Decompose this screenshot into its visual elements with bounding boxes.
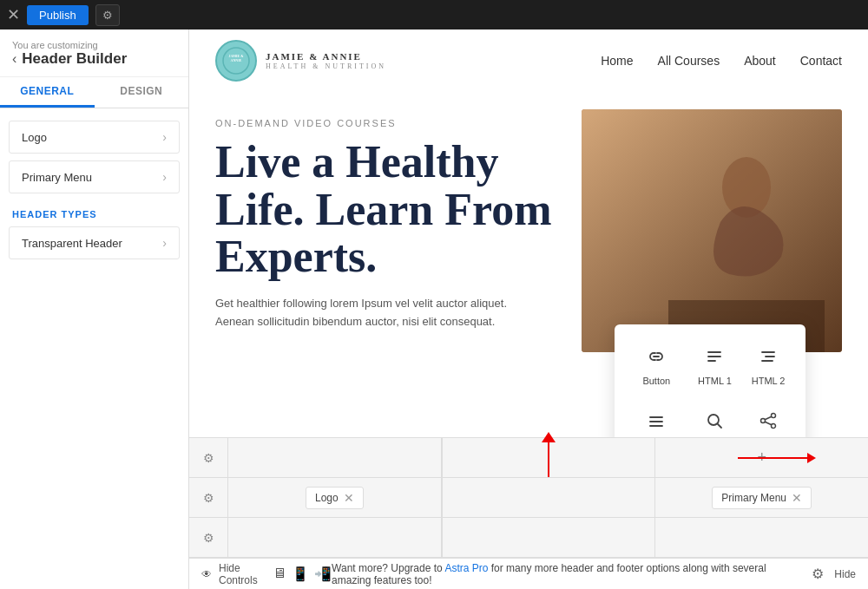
builder-cell-left-2: Logo ✕ (227, 478, 442, 517)
settings-icon[interactable]: ⚙ (812, 566, 824, 582)
nav-link-contact[interactable]: Contact (800, 54, 842, 68)
social-icon (759, 411, 778, 435)
builder-cell-center-1 (442, 438, 656, 477)
chevron-icon: › (162, 170, 167, 184)
sidebar-item-primary-menu[interactable]: Primary Menu › (9, 160, 180, 193)
popup-item-html1[interactable]: HTML 1 (692, 338, 739, 396)
svg-line-22 (765, 422, 772, 425)
site-nav-links: Home All Courses About Contact (601, 54, 842, 68)
html1-label: HTML 1 (698, 376, 732, 387)
sidebar-item-transparent-header[interactable]: Transparent Header › (9, 226, 180, 259)
html2-label: HTML 2 (752, 376, 786, 387)
top-bar: ✕ Publish ⚙ (0, 0, 868, 29)
builder-row-3: ⚙ (189, 518, 868, 558)
hero-image-placeholder (582, 109, 842, 352)
status-left: 👁 Hide Controls (201, 562, 273, 586)
sidebar-header: You are customizing ‹ Header Builder (0, 29, 188, 77)
website-preview: JAMIE & ANNIE JAMIE & ANNIE HEALTH & NUT… (189, 29, 868, 437)
top-bar-left: ✕ Publish ⚙ (7, 4, 120, 26)
publish-button[interactable]: Publish (27, 5, 89, 25)
tab-design[interactable]: Design (95, 77, 189, 108)
sidebar-item-logo[interactable]: Logo › (9, 121, 180, 154)
svg-point-19 (772, 424, 776, 429)
nav-link-about[interactable]: About (744, 54, 776, 68)
popup-item-search[interactable]: Search (692, 402, 739, 437)
button-label: Button (642, 376, 670, 387)
gear-button-row3[interactable]: ⚙ (189, 531, 227, 545)
hero-description: Get healthier following lorem Ipsum vel … (215, 295, 510, 331)
logo-chip-close[interactable]: ✕ (344, 491, 354, 505)
svg-text:ANNIE: ANNIE (231, 58, 242, 62)
sidebar-tabs: General Design (0, 77, 188, 108)
svg-line-17 (718, 424, 721, 428)
site-nav: JAMIE & ANNIE JAMIE & ANNIE HEALTH & NUT… (189, 29, 868, 92)
hero-tag: ON-DEMAND VIDEO COURSES (215, 118, 564, 128)
primary-menu-chip[interactable]: Primary Menu ✕ (712, 487, 812, 509)
logo-chip[interactable]: Logo ✕ (306, 487, 364, 509)
popup-item-secondary-menu[interactable]: Secondary Menu (628, 402, 685, 437)
tab-general[interactable]: General (0, 77, 95, 108)
builder-cell-center-2 (442, 478, 656, 517)
popup-item-social[interactable]: Social (745, 402, 792, 437)
tablet-icon[interactable]: 📱 (292, 566, 309, 582)
popup-item-html2[interactable]: HTML 2 (745, 338, 792, 396)
builder-cell-left-3 (227, 518, 442, 557)
back-button[interactable]: ‹ (12, 51, 16, 67)
popup-item-button[interactable]: Button (628, 338, 685, 396)
primary-menu-chip-close[interactable]: ✕ (792, 491, 802, 505)
desktop-icon[interactable]: 🖥 (273, 566, 286, 582)
svg-point-20 (761, 419, 766, 423)
builder-cell-left-1 (227, 438, 442, 477)
customizing-label: You are customizing (12, 40, 176, 50)
status-bar: 👁 Hide Controls 🖥 📱 📲 Want more? Upgrade… (189, 558, 868, 589)
hide-button[interactable]: Hide (834, 568, 856, 580)
header-types-label: HEADER TYPES (0, 200, 188, 226)
preview-area: JAMIE & ANNIE JAMIE & ANNIE HEALTH & NUT… (189, 29, 868, 589)
sidebar: You are customizing ‹ Header Builder Gen… (0, 29, 189, 589)
close-button[interactable]: ✕ (7, 5, 20, 24)
chevron-icon: › (162, 130, 167, 144)
nav-link-all-courses[interactable]: All Courses (658, 54, 720, 68)
builder-cell-center-3 (442, 518, 656, 557)
builder-area: ⚙ + (189, 437, 868, 558)
nav-link-home[interactable]: Home (601, 54, 633, 68)
svg-line-21 (765, 416, 772, 420)
hero-content: ON-DEMAND VIDEO COURSES Live a Healthy L… (215, 109, 564, 352)
site-logo: JAMIE & ANNIE JAMIE & ANNIE HEALTH & NUT… (215, 40, 386, 82)
upgrade-text: Want more? Upgrade to Astra Pro for many… (332, 562, 801, 586)
search-icon (705, 411, 724, 435)
link-icon (647, 347, 666, 370)
html1-icon (705, 347, 724, 370)
builder-cell-right-2: Primary Menu ✕ (655, 478, 868, 517)
builder-cell-right-3 (655, 518, 868, 557)
mobile-icon[interactable]: 📲 (314, 566, 332, 582)
gear-button-row1[interactable]: ⚙ (189, 451, 227, 465)
widget-popup: Button HTML 1 HTML 2 (615, 324, 806, 437)
svg-point-16 (708, 415, 719, 425)
device-icons: 🖥 📱 📲 (273, 566, 332, 582)
sidebar-title: ‹ Header Builder (12, 50, 176, 68)
html2-icon (759, 347, 778, 370)
svg-point-18 (772, 414, 776, 418)
hero-image (582, 109, 842, 352)
chevron-icon: › (162, 236, 167, 250)
status-right: Want more? Upgrade to Astra Pro for many… (332, 562, 856, 586)
builder-row-2: ⚙ Logo ✕ Primary Menu ✕ (189, 478, 868, 518)
popup-grid: Button HTML 1 HTML 2 (628, 338, 792, 437)
menu-icon (647, 411, 666, 435)
main-layout: You are customizing ‹ Header Builder Gen… (0, 29, 868, 589)
gear-button-row2[interactable]: ⚙ (189, 491, 227, 505)
sidebar-content: Logo › Primary Menu › HEADER TYPES Trans… (0, 108, 188, 589)
builder-cell-right-1: + (655, 438, 868, 477)
hide-controls-label[interactable]: Hide Controls (219, 562, 273, 586)
site-logo-text: JAMIE & ANNIE HEALTH & NUTRITION (266, 50, 386, 72)
hero-title: Live a Healthy Life. Learn From Experts. (215, 139, 564, 281)
astra-pro-link[interactable]: Astra Pro (444, 562, 488, 574)
settings-button[interactable]: ⚙ (95, 4, 120, 26)
eye-icon: 👁 (201, 568, 212, 580)
logo-circle: JAMIE & ANNIE (215, 40, 257, 82)
builder-row-1: ⚙ + (189, 438, 868, 478)
